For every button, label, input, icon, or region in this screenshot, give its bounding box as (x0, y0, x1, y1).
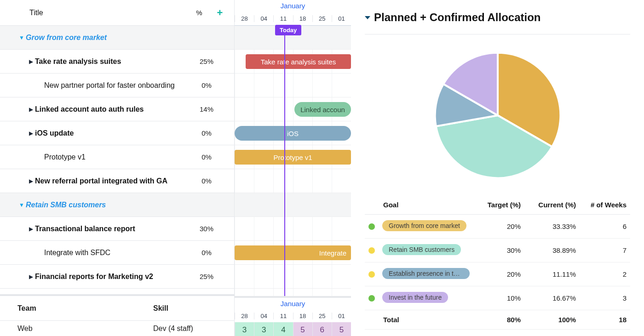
tree-item-row[interactable]: Integrate with SFDC0% (0, 241, 234, 265)
gantt-row: Integrate (235, 241, 351, 265)
row-label: New partner portal for faster onboarding (44, 81, 186, 90)
chevron-down-icon (365, 16, 370, 19)
row-label: Prototype v1 (44, 153, 186, 161)
pie-chart (365, 42, 630, 195)
row-label: New referral portal integrated with GA (35, 177, 186, 185)
goal-row[interactable]: Growth from core market20%33.33%6 (365, 215, 630, 239)
goal-target: 10% (475, 294, 521, 302)
today-line (284, 26, 285, 296)
alloc-cell: 3 (235, 322, 254, 336)
chevron-right-icon[interactable]: ▶ (27, 58, 35, 65)
gantt-bar[interactable]: Take rate analysis suites (246, 54, 351, 69)
tree-item-row[interactable]: ▶Linked account auto auth rules14% (0, 97, 234, 121)
row-percent: 25% (186, 57, 227, 65)
row-label: Transactional balance report (35, 225, 186, 233)
alloc-cell: 5 (293, 322, 312, 336)
left-panel: Title % + ▼Grow from core market▶Take ra… (0, 0, 235, 336)
goal-row[interactable]: Retain SMB customers30%38.89%7 (365, 239, 630, 262)
goal-current: 16.67% (521, 294, 576, 302)
right-title: Planned + Confirmed Allocation (374, 11, 540, 24)
chevron-right-icon[interactable]: ▶ (27, 226, 35, 232)
gantt-footer: January 280411182501 334565 (235, 296, 351, 336)
tree-group-row[interactable]: ▼Grow from core market (0, 26, 234, 50)
row-label: Grow from core market (26, 34, 227, 42)
gantt-row (235, 74, 351, 97)
add-icon[interactable]: + (213, 7, 227, 19)
chevron-down-icon[interactable]: ▼ (17, 202, 26, 208)
goal-weeks: 6 (576, 222, 627, 230)
header-title: Title (29, 9, 185, 17)
chevron-right-icon[interactable]: ▶ (27, 130, 35, 137)
alloc-cell: 5 (332, 322, 351, 336)
tree-item-row[interactable]: ▶Financial reports for Marketing v225% (0, 265, 234, 289)
goal-weeks: 7 (576, 246, 627, 254)
left-header: Title % + (0, 0, 234, 26)
gantt-day: 25 (312, 313, 332, 319)
row-percent: 0% (186, 81, 227, 89)
tree-item-row[interactable]: Prototype v10% (0, 145, 234, 169)
goal-chip: Invest in the future (382, 292, 448, 303)
goal-table: Goal Target (%) Current (%) # of Weeks G… (365, 195, 630, 330)
row-percent: 25% (186, 273, 227, 280)
gantt-days: 280411182501 (235, 12, 351, 25)
chevron-down-icon[interactable]: ▼ (17, 34, 26, 41)
row-percent: 0% (186, 177, 227, 185)
gantt-footer-days: 280411182501 (235, 309, 351, 322)
goal-chip: Growth from core market (382, 220, 466, 231)
right-panel: Planned + Confirmed Allocation Goal Targ… (351, 0, 644, 336)
goal-current: 11.11% (521, 270, 576, 278)
row-label: Linked account auto auth rules (35, 105, 186, 114)
chevron-right-icon[interactable]: ▶ (27, 273, 35, 280)
gantt-day: 28 (235, 313, 254, 319)
today-badge: Today (275, 25, 301, 35)
tree-item-row[interactable]: ▶Take rate analysis suites25% (0, 50, 234, 74)
goal-weeks: 3 (576, 294, 627, 302)
right-title-row[interactable]: Planned + Confirmed Allocation (365, 11, 630, 34)
app-root: Title % + ▼Grow from core market▶Take ra… (0, 0, 644, 336)
tree-item-row[interactable]: ▶Transactional balance report30% (0, 217, 234, 241)
total-label: Total (383, 316, 475, 324)
goal-head-target: Target (%) (475, 201, 521, 209)
gantt-bar[interactable]: iOS (235, 126, 351, 141)
tree-item-row[interactable]: ▶New referral portal integrated with GA0… (0, 169, 234, 193)
goal-row[interactable]: Invest in the future10%16.67%3 (365, 286, 630, 310)
chevron-right-icon[interactable]: ▶ (27, 178, 35, 184)
status-dot (368, 247, 375, 254)
gantt-body[interactable]: Today Take rate analysis suitesLinked ac… (235, 26, 351, 296)
goal-chip: Establish presence in the… (382, 268, 470, 279)
total-current: 100% (521, 316, 576, 324)
row-label: Financial reports for Marketing v2 (35, 273, 186, 281)
chevron-right-icon[interactable]: ▶ (27, 106, 35, 113)
goal-head-current: Current (%) (521, 201, 576, 209)
gantt-bar[interactable]: Prototype v1 (235, 150, 351, 165)
alloc-cells: 334565 (235, 322, 351, 336)
gantt-row (235, 193, 351, 217)
gantt-row: iOS (235, 121, 351, 145)
row-percent: 30% (186, 225, 227, 233)
alloc-cell: 3 (254, 322, 273, 336)
goal-row[interactable]: Establish presence in the…20%11.11%2 (365, 262, 630, 286)
tree-item-row[interactable]: ▶iOS update0% (0, 121, 234, 145)
total-weeks: 18 (576, 316, 627, 324)
gantt-header: January 280411182501 (235, 0, 351, 26)
goal-target: 30% (475, 246, 521, 254)
goal-current: 33.33% (521, 222, 576, 230)
gantt-row (235, 265, 351, 289)
gantt-day: 28 (235, 15, 254, 22)
gantt-day: 18 (293, 313, 312, 319)
gantt-row: Linked accoun (235, 97, 351, 121)
tree-item-row[interactable]: New partner portal for faster onboarding… (0, 74, 234, 97)
gantt-day: 25 (312, 15, 332, 22)
tree-group-row[interactable]: ▼Retain SMB customers (0, 193, 234, 217)
team-row[interactable]: Web Dev (4 staff) (0, 321, 234, 336)
gantt-bar[interactable]: Integrate (235, 245, 351, 260)
goal-row-total: Total 80% 100% 18 (365, 310, 630, 330)
gantt-row: Take rate analysis suites (235, 50, 351, 74)
gantt-bar[interactable]: Linked accoun (294, 102, 351, 117)
gantt-day: 11 (273, 15, 293, 22)
goal-head-weeks: # of Weeks (576, 201, 627, 209)
gantt-panel: January 280411182501 Today Take rate ana… (235, 0, 351, 336)
gantt-rows: Take rate analysis suitesLinked accouniO… (235, 26, 351, 289)
row-percent: 0% (186, 249, 227, 256)
goal-target: 20% (475, 222, 521, 230)
